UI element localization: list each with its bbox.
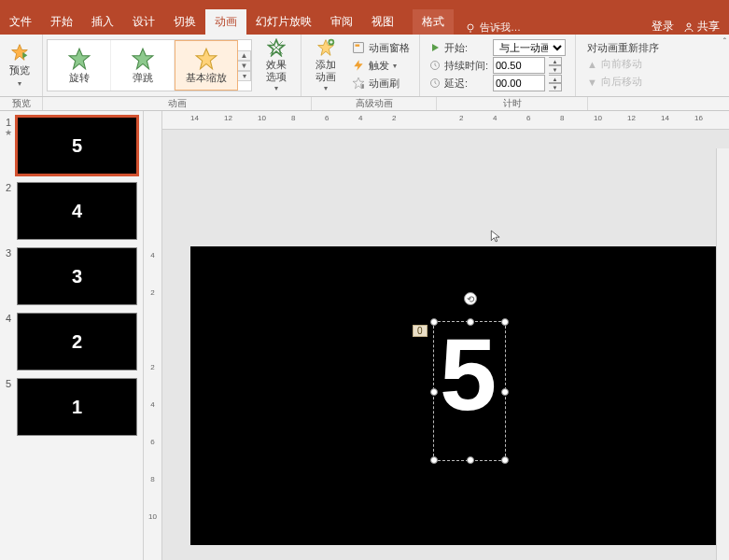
svg-marker-14	[354, 60, 362, 71]
delay-spinner[interactable]: ▲▼	[549, 75, 562, 91]
slide-num: 2	[6, 182, 11, 193]
painter-icon	[352, 77, 365, 90]
gallery-item-rotate[interactable]: 旋转	[48, 40, 111, 91]
tab-insert[interactable]: 插入	[82, 9, 123, 35]
duration-label: 持续时间:	[444, 59, 489, 73]
ribbon-collapse-icon[interactable]: ˆ	[723, 37, 726, 48]
svg-marker-6	[196, 49, 217, 69]
svg-rect-13	[356, 45, 360, 47]
resize-handle-nw[interactable]	[430, 318, 438, 326]
slide-thumb-4[interactable]: 2	[17, 313, 137, 371]
move-earlier-button: ▲ 向前移动	[587, 56, 659, 73]
svg-marker-5	[133, 49, 153, 69]
svg-rect-12	[354, 43, 364, 53]
slide-canvas[interactable]: 5 ⟲ 0	[190, 246, 721, 545]
down-icon: ▼	[587, 77, 597, 88]
tab-file[interactable]: 文件	[0, 9, 41, 35]
slide-thumb-5[interactable]: 1	[17, 378, 137, 436]
gallery-scroll[interactable]: ▲ ▼ ▾	[238, 50, 251, 81]
star-plus-icon	[316, 38, 335, 57]
start-label: 开始:	[444, 41, 489, 55]
reorder-title: 对动画重新排序	[587, 41, 659, 55]
horizontal-ruler: 14 12 10 8 6 4 2 2 4 6 8 10 12 14 16	[162, 111, 729, 130]
resize-handle-n[interactable]	[467, 318, 474, 326]
tell-me-input[interactable]: 告诉我…	[480, 21, 521, 35]
vertical-ruler: 4 2 2 4 6 8 10	[144, 111, 162, 560]
resize-handle-w[interactable]	[430, 388, 438, 396]
star-icon	[131, 47, 155, 71]
star-icon	[194, 47, 218, 71]
lightning-icon	[352, 59, 365, 72]
svg-marker-3	[22, 52, 27, 59]
star-icon	[67, 47, 91, 71]
gallery-scroll-up[interactable]: ▲	[238, 50, 251, 61]
svg-rect-16	[362, 84, 364, 89]
resize-handle-sw[interactable]	[430, 456, 438, 464]
duration-spinner[interactable]: ▲▼	[549, 57, 562, 74]
effect-options-button[interactable]: 效果选项 ▾	[256, 36, 297, 93]
svg-marker-17	[432, 44, 439, 51]
ribbon-group-labels: 预览 动画 高级动画 计时	[0, 97, 729, 111]
pane-icon	[352, 41, 365, 54]
effect-options-icon	[267, 38, 286, 57]
textbox-content[interactable]: 5	[440, 315, 497, 433]
selection-box[interactable]: 5 ⟲	[433, 321, 506, 461]
slide-num: 5	[6, 378, 11, 389]
svg-point-1	[687, 23, 691, 27]
svg-marker-4	[69, 49, 90, 69]
login-button[interactable]: 登录	[652, 19, 674, 35]
share-icon	[683, 21, 694, 33]
animation-order-tag[interactable]: 0	[413, 325, 428, 337]
delay-input[interactable]	[493, 75, 545, 91]
delay-label: 延迟:	[444, 77, 489, 91]
tab-format[interactable]: 格式	[413, 9, 454, 35]
animation-pane-button[interactable]: 动画窗格	[352, 39, 410, 56]
animation-gallery[interactable]: 旋转 弹跳 基本缩放 ▲ ▼ ▾	[47, 39, 252, 91]
slide-panel[interactable]: 1★ 5 2 4 3 3 4 2 5 1	[0, 111, 144, 560]
slide-thumb-1[interactable]: 5	[17, 117, 137, 175]
lightbulb-icon	[465, 22, 476, 34]
clock-icon	[429, 77, 441, 89]
slide-thumb-2[interactable]: 4	[17, 182, 137, 240]
slide-num: 1	[6, 117, 11, 128]
ribbon: ˆ 预览 ▾ 旋转 弹跳	[0, 35, 729, 97]
cursor-icon	[489, 228, 502, 245]
share-button[interactable]: 共享	[683, 19, 720, 35]
tab-strip: 文件 开始 插入 设计 切换 动画 幻灯片放映 审阅 视图 格式 告诉我… 登录…	[0, 9, 729, 35]
slide-canvas-area[interactable]: 5 ⟲ 0	[162, 130, 729, 560]
gallery-item-zoom[interactable]: 基本缩放	[175, 40, 238, 91]
animation-star-icon: ★	[5, 128, 12, 137]
gallery-expand[interactable]: ▾	[238, 71, 251, 81]
vertical-scrollbar[interactable]	[716, 148, 729, 560]
up-icon: ▲	[587, 59, 597, 70]
resize-handle-se[interactable]	[501, 456, 509, 464]
svg-point-0	[468, 24, 473, 30]
gallery-scroll-down[interactable]: ▼	[238, 61, 251, 71]
tab-slideshow[interactable]: 幻灯片放映	[246, 9, 321, 35]
preview-button[interactable]: 预览 ▾	[4, 41, 35, 90]
duration-input[interactable]	[493, 57, 545, 74]
preview-label: 预览	[9, 63, 30, 77]
tab-home[interactable]: 开始	[41, 9, 82, 35]
resize-handle-s[interactable]	[467, 456, 474, 464]
resize-handle-e[interactable]	[501, 388, 509, 396]
svg-marker-2	[12, 45, 28, 61]
resize-handle-ne[interactable]	[501, 318, 509, 326]
rotate-handle[interactable]: ⟲	[464, 292, 477, 305]
animation-painter-button[interactable]: 动画刷	[352, 75, 410, 91]
play-icon	[429, 42, 441, 53]
trigger-button[interactable]: 触发 ▾	[352, 57, 410, 74]
tab-design[interactable]: 设计	[123, 9, 164, 35]
start-select[interactable]: 与上一动画…	[493, 39, 566, 56]
gallery-item-bounce[interactable]: 弹跳	[111, 40, 175, 91]
slide-thumb-3[interactable]: 3	[17, 247, 137, 305]
tab-transitions[interactable]: 切换	[164, 9, 205, 35]
tab-review[interactable]: 审阅	[321, 9, 362, 35]
slide-num: 4	[6, 313, 11, 324]
slide-num: 3	[6, 247, 11, 259]
tab-view[interactable]: 视图	[362, 9, 403, 35]
move-later-button: ▼ 向后移动	[587, 74, 659, 91]
tab-animations[interactable]: 动画	[205, 9, 246, 35]
star-play-icon	[10, 43, 29, 62]
add-animation-button[interactable]: 添加动画 ▾	[305, 36, 346, 93]
